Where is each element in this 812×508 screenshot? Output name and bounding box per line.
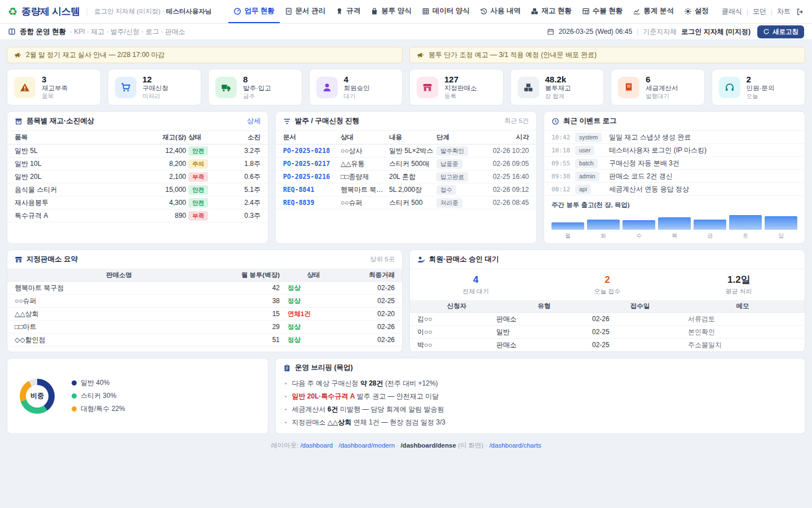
store-row: △△상회 15 연체1건 02-20 (7, 308, 402, 321)
log-tag-badge: admin (575, 172, 599, 181)
nav-item-hist[interactable]: 사용 내역 (475, 0, 526, 23)
basis-value: 로그인 지자체 (미지정) (681, 27, 751, 37)
kpi-value: 127 (444, 75, 477, 84)
kpi-card[interactable]: 4 회원승인 대기 (309, 69, 403, 106)
weekly-bar-label: 금 (694, 232, 726, 240)
view-link[interactable]: 모던 (753, 7, 766, 16)
order-row: PO-2025-0217 △△유통 스티커 500매 납품중 02-26 09:… (276, 157, 536, 170)
order-doc-link[interactable]: PO-2025-0218 (283, 147, 341, 155)
briefing-item: • 일반 20L·특수규격 A 발주 권고 — 안전재고 미달 (285, 390, 796, 403)
legend-item: 일반 40% (72, 378, 125, 388)
stores-panel-header: 지정판매소 요약 상위 5곳 (7, 250, 402, 269)
orders-recent-note: 최근 5건 (504, 117, 529, 125)
cart-icon (121, 82, 131, 93)
stores-table: 판매소명월 봉투(백장)상태최종거래 행복마트 북구점 42 정상 02-26 … (7, 269, 402, 347)
content: 2월 말 정기 재고 실사 안내 — 2/28 17:00 마감 봉투 단가 조… (0, 40, 812, 456)
nav-item-bag[interactable]: 봉투 양식 (365, 0, 416, 23)
approval-stat: 4 전체 대기 (410, 274, 541, 296)
kpi-card[interactable]: 12 구매신청 미처리 (108, 69, 202, 106)
stores-top-note: 상위 5곳 (370, 255, 395, 264)
log-row: 09:55 batch 구매신청 자동 분배 3건 (544, 157, 805, 170)
announcement-banner: 봉투 단가 조정 예고 — 3/1 적용 예정 (안내문 배포 완료) (409, 47, 805, 63)
event-log-title: 최근 이벤트 로그 (563, 116, 616, 126)
order-doc-link[interactable]: REQ-8839 (283, 199, 341, 207)
nav-item-gear[interactable]: 설정 (679, 0, 714, 23)
nav-item-grid[interactable]: 데이터 양식 (417, 0, 475, 23)
nav-item-chart[interactable]: 통계 분석 (628, 0, 678, 23)
person-icon (322, 82, 332, 93)
nav-item-boxes[interactable]: 재고 현황 (526, 0, 576, 23)
approval-stat: 1.2일 평균 처리 (673, 274, 805, 296)
kpi-card[interactable]: 3 재고부족 품목 (7, 69, 101, 106)
footer-link[interactable]: /dashboard (301, 442, 333, 449)
stock-detail-link[interactable]: 상세 (247, 116, 261, 126)
log-row: 09:30 admin 판매소 코드 2건 갱신 (544, 170, 805, 183)
status-badge: 안전 (188, 146, 208, 156)
view-link[interactable]: 차트 (777, 7, 791, 16)
legend-item: 대형/특수 22% (72, 404, 125, 414)
order-doc-link[interactable]: PO-2025-0216 (283, 173, 341, 181)
briefing-item: • 다음 주 예상 구매신청 약 28건 (전주 대비 +12%) (285, 377, 796, 390)
kpi-value: 3 (42, 75, 68, 84)
orders-table: 문서상대내용단계시각 PO-2025-0218 ○○상사 일반 5L×2박스 발… (276, 131, 536, 209)
store-status: 연체1건 (280, 310, 347, 318)
table-icon (582, 7, 590, 15)
kpi-card[interactable]: 8 발주·입고 금주 (208, 69, 302, 106)
event-log-header: 최근 이벤트 로그 (544, 112, 805, 131)
bullet-icon: • (285, 419, 287, 426)
footer-link[interactable]: /dashboard/charts (489, 442, 541, 449)
logout-button[interactable] (796, 8, 804, 16)
store-icon (422, 82, 433, 93)
kpi-label: 발주·입고 (243, 84, 271, 93)
order-doc-link[interactable]: REQ-8841 (283, 186, 341, 194)
weekly-bar-label: 수 (623, 232, 655, 240)
approval-stats: 4 전체 대기 2 오늘 접수 1.2일 평균 처리 (410, 269, 805, 300)
panels-row-3: 비중 일반 40% 스티커 30% 대형/특수 22% 운영 브리핑 (목업) … (7, 358, 805, 434)
orders-header-row: 문서상대내용단계시각 (276, 131, 536, 144)
store-status: 정상 (280, 336, 347, 344)
bullet-icon: • (285, 406, 287, 413)
briefing-list: • 다음 주 예상 구매신청 약 28건 (전주 대비 +12%) • 일반 2… (276, 374, 805, 433)
share-donut-chart: 비중 (20, 379, 55, 414)
bullet-icon: • (285, 393, 287, 400)
store-row: 행복마트 북구점 42 정상 02-26 (7, 282, 402, 295)
order-row: REQ-8839 ○○슈퍼 스티커 500 처리중 02-26 08:45 (276, 196, 536, 209)
approval-stat-label: 평균 처리 (673, 287, 805, 296)
nav-item-award[interactable]: 규격 (330, 0, 365, 23)
kpi-label: 회원승인 (344, 84, 370, 93)
kpi-value: 8 (243, 75, 271, 84)
approval-table: 신청자유형접수일메모 김○○ 판매소 02-26 서류검토 이○○ 일반 02-… (410, 300, 805, 352)
nav-item-table[interactable]: 수불 현황 (577, 0, 628, 23)
breadcrumb: · KPI · 재고 · 발주/신청 · 로그 · 판매소 (70, 27, 186, 37)
boxes-icon (531, 7, 539, 15)
doc-icon (285, 7, 293, 15)
boxes-icon (518, 77, 539, 98)
kpi-card[interactable]: 48.2k 봉투재고 장 합계 (510, 69, 604, 106)
order-doc-link[interactable]: PO-2025-0217 (283, 160, 341, 168)
kpi-value: 12 (143, 75, 169, 84)
approval-header-row: 신청자유형접수일메모 (410, 300, 805, 313)
order-step-badge: 처리중 (436, 198, 462, 208)
nav-item-doc[interactable]: 문서 관리 (280, 0, 330, 23)
app-brand: ♻ 종량제 시스템 (8, 5, 80, 18)
headset-icon (725, 82, 735, 93)
boxes-icon (523, 82, 533, 93)
recycle-icon: ♻ (8, 6, 17, 17)
view-link[interactable]: 클래식 (722, 7, 742, 16)
share-panel: 비중 일반 40% 스티커 30% 대형/특수 22% (7, 358, 268, 434)
kpi-sub: 발행대기 (646, 93, 678, 100)
share-legend: 일반 40% 스티커 30% 대형/특수 22% (72, 378, 125, 414)
log-row: 10:42 system 일일 재고 스냅샷 생성 완료 (544, 131, 805, 144)
refresh-button[interactable]: 새로고침 (757, 25, 804, 38)
stock-panel-title: 품목별 재고·소진예상 (27, 116, 94, 126)
status-badge: 안전 (188, 198, 208, 208)
approval-panel: 회원·판매소 승인 대기 4 전체 대기 2 오늘 접수 1.2일 평균 처리 … (409, 249, 805, 352)
footer-link[interactable]: /dashboard/modern (338, 442, 395, 449)
kpi-card[interactable]: 6 세금계산서 발행대기 (611, 69, 705, 106)
order-step-badge: 납품중 (436, 159, 462, 169)
nav-item-speedo[interactable]: 업무 현황 (228, 0, 279, 23)
kpi-card[interactable]: 2 민원·문의 오늘 (712, 69, 806, 106)
approval-stat: 2 오늘 접수 (541, 274, 673, 296)
store-status: 정상 (280, 323, 347, 331)
kpi-card[interactable]: 127 지정판매소 등록 (409, 69, 504, 106)
